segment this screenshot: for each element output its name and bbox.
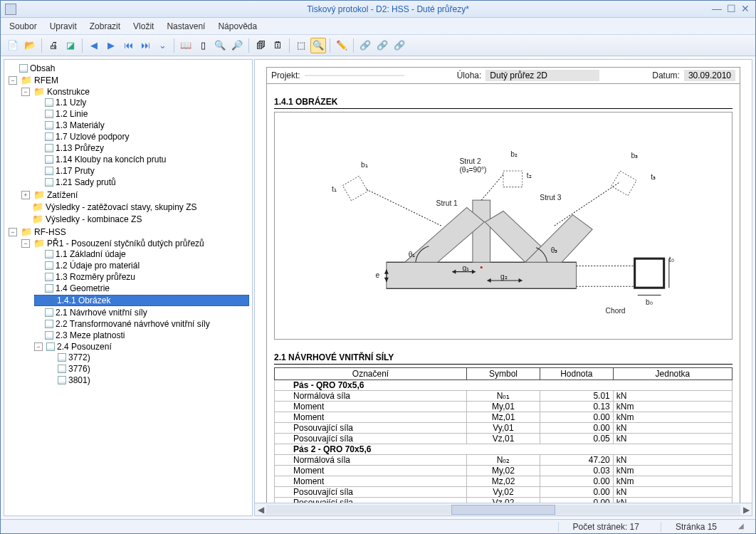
tree-node[interactable]: 1.2 Linie [34, 109, 249, 119]
svg-rect-9 [611, 171, 636, 196]
nav-down-icon[interactable]: ⌄ [154, 38, 170, 53]
select-icon[interactable]: ⬚ [293, 38, 309, 53]
tree-label: 1.2 Údaje pro materiál [56, 261, 140, 271]
tree-node[interactable]: 2.3 Meze platnosti [34, 330, 249, 340]
expand-toggle[interactable]: − [9, 228, 17, 236]
menu-file[interactable]: Soubor [9, 21, 37, 31]
app-icon [5, 4, 16, 15]
expand-toggle[interactable]: + [21, 191, 30, 199]
sheet-icon [45, 331, 53, 340]
link-icon[interactable]: 🔗 [357, 38, 373, 53]
navigation-tree[interactable]: Obsah−📁RFEM−📁Konstrukce1.1 Uzly1.2 Linie… [4, 59, 253, 516]
sheet-icon [58, 376, 66, 384]
tree-node[interactable]: 1.1 Základní údaje [34, 249, 249, 259]
svg-rect-3 [473, 200, 490, 262]
menu-settings[interactable]: Nastavení [167, 21, 205, 31]
pencil-icon[interactable]: ✏️ [334, 38, 350, 53]
svg-rect-10 [635, 258, 664, 288]
sheet-icon [19, 64, 28, 73]
tree-label: 1.4 Geometrie [56, 283, 110, 293]
link3-icon[interactable]: 🔗 [392, 38, 407, 53]
resize-grip-icon[interactable]: ◢ [738, 522, 748, 532]
tree-node[interactable]: 1.2 Údaje pro materiál [34, 261, 249, 271]
menu-view[interactable]: Zobrazit [90, 21, 120, 31]
expand-toggle[interactable]: − [21, 239, 30, 248]
menu-help[interactable]: Nápověda [218, 21, 257, 31]
zoom-in-icon[interactable]: 🔎 [229, 38, 245, 53]
tree-node[interactable]: 3776) [47, 364, 249, 374]
tree-label: Obsah [30, 63, 55, 73]
maximize-button[interactable]: ☐ [725, 4, 737, 14]
tree-node[interactable]: 2.1 Návrhové vnitřní síly [34, 308, 249, 318]
tree-node[interactable]: 📁Výsledky - kombinace ZS [21, 214, 249, 224]
tree-node[interactable]: −2.4 Posouzení [34, 342, 249, 352]
new-icon[interactable]: 📄 [5, 38, 21, 53]
menu-edit[interactable]: Upravit [50, 21, 77, 31]
tree-node[interactable]: 1.21 Sady prutů [34, 177, 249, 187]
single-page-icon[interactable]: ▯ [195, 38, 211, 53]
tree-node[interactable]: ◉1.4.1 Obrázek [34, 295, 249, 306]
uloha-label: Úloha: [457, 70, 482, 80]
tree-node[interactable]: 1.3 Materiály [34, 120, 249, 130]
open-icon[interactable]: 📂 [22, 38, 38, 53]
svg-text:b₁: b₁ [361, 161, 368, 169]
book-icon[interactable]: 📖 [178, 38, 194, 53]
tree-node[interactable]: −📁RFEM [9, 75, 249, 85]
tree-node[interactable]: −📁PŘ1 - Posouzení styčníků dutých průřez… [21, 238, 249, 248]
tree-node[interactable]: 1.3 Rozměry průřezu [34, 272, 249, 282]
tree-label: 2.3 Meze platnosti [56, 330, 125, 340]
tree-node[interactable]: 1.13 Průřezy [34, 143, 249, 153]
nav-prev-icon[interactable]: ▶ [103, 38, 119, 53]
tree-node[interactable]: 2.2 Transformované návrhové vnitřní síly [34, 319, 249, 329]
folder-icon: 📁 [33, 189, 45, 200]
expand-toggle[interactable]: − [21, 88, 30, 96]
tree-node[interactable]: +📁Zatížení [21, 189, 249, 200]
expand-toggle[interactable]: − [34, 342, 43, 351]
export-icon[interactable]: ◪ [63, 38, 78, 53]
scroll-left-icon[interactable]: ◀ [255, 505, 266, 515]
tree-node[interactable]: 1.14 Klouby na koncích prutu [34, 155, 249, 164]
tree-node[interactable]: 1.4 Geometrie [34, 283, 249, 293]
folder-icon: 📁 [32, 201, 43, 212]
magnify-icon[interactable]: 🔍 [310, 38, 326, 53]
minimize-button[interactable]: — [711, 4, 723, 14]
zoom-out-icon[interactable]: 🔍 [212, 38, 228, 53]
sheet-icon [45, 167, 53, 175]
close-button[interactable]: ✕ [740, 4, 751, 14]
calendar-icon[interactable]: 🗓 [270, 38, 285, 53]
tree-label: 1.17 Pruty [56, 166, 95, 176]
preview-canvas[interactable]: Projekt: Úloha: Dutý průřez 2D Datum: 30… [255, 60, 752, 503]
tree-node[interactable]: Obsah [9, 63, 249, 73]
nav-first-icon[interactable]: ◀ [86, 38, 102, 53]
toolbar: 📄 📂 🖨 ◪ ◀ ▶ ⏮ ⏭ ⌄ 📖 ▯ 🔍 🔎 🗐 🗓 ⬚ 🔍 ✏️ 🔗 🔗… [1, 35, 755, 56]
tree-node[interactable]: 3772) [47, 352, 249, 362]
tree-label: 1.1 Uzly [56, 98, 86, 108]
tree-node[interactable]: −📁RF-HSS [9, 226, 249, 237]
svg-text:b₃: b₃ [631, 152, 639, 159]
tree-node[interactable]: 1.7 Uzlové podpory [34, 132, 249, 142]
tree-label: 1.14 Klouby na koncích prutu [56, 155, 166, 164]
sheet-icon [45, 155, 53, 164]
svg-line-14 [481, 174, 503, 200]
tree-node[interactable]: −📁Konstrukce [21, 86, 249, 97]
print-icon[interactable]: 🖨 [46, 38, 61, 53]
menu-insert[interactable]: Vložit [133, 21, 154, 31]
tree-node[interactable]: 3801) [47, 375, 249, 385]
tree-node[interactable]: 1.17 Pruty [34, 166, 249, 176]
expand-toggle[interactable]: − [9, 76, 17, 85]
nav-skip-next-icon[interactable]: ⏭ [137, 38, 153, 53]
pages-icon[interactable]: 🗐 [253, 38, 268, 53]
nav-skip-prev-icon[interactable]: ⏮ [120, 38, 136, 53]
horizontal-scrollbar[interactable]: ◀ ▶ [255, 503, 752, 515]
tree-node[interactable]: 1.1 Uzly [34, 98, 249, 108]
module-folder-icon: 📁 [21, 75, 32, 85]
svg-text:Strut 1: Strut 1 [436, 199, 458, 207]
sheet-icon [45, 308, 53, 317]
tree-node[interactable]: 📁Výsledky - zatěžovací stavy, skupiny ZS [21, 201, 249, 212]
sheet-icon [58, 353, 66, 362]
table-header: Jednotka [613, 368, 732, 380]
scroll-right-icon[interactable]: ▶ [740, 505, 752, 515]
link2-icon[interactable]: 🔗 [374, 38, 390, 53]
scroll-thumb[interactable] [451, 505, 556, 515]
tree-label: 2.2 Transformované návrhové vnitřní síly [56, 319, 210, 329]
